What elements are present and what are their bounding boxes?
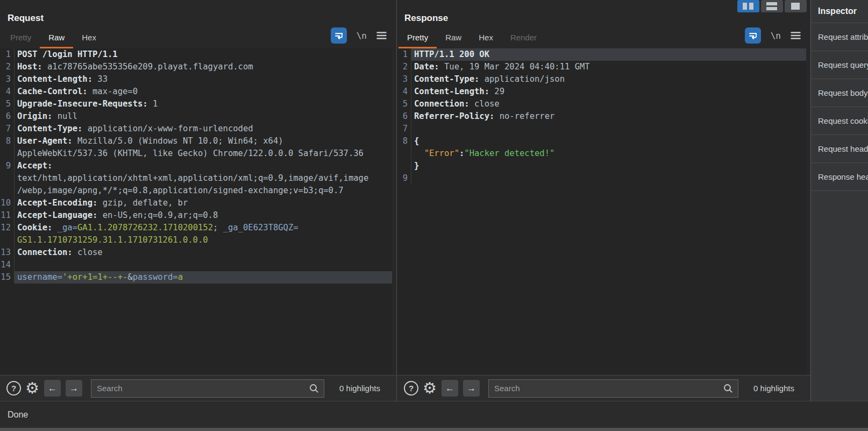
line-number: 4: [0, 86, 15, 98]
response-tab-raw[interactable]: Raw: [437, 29, 470, 48]
code-text: Connection: close: [411, 98, 806, 110]
line-number: 15: [0, 271, 15, 284]
code-line[interactable]: 4Cache-Control: max-age=0: [0, 86, 392, 98]
line-number: [0, 185, 15, 197]
response-tab-render[interactable]: Render: [502, 29, 545, 48]
response-tab-pretty[interactable]: Pretty: [399, 29, 437, 48]
code-line[interactable]: 9Accept:: [0, 160, 392, 172]
stacked-layout-button[interactable]: [761, 0, 783, 12]
response-panel-title: Response: [404, 13, 448, 24]
search-input[interactable]: [488, 379, 738, 398]
line-number: [397, 147, 411, 160]
editor-menu-icon[interactable]: [791, 31, 801, 40]
code-line[interactable]: 8User-Agent: Mozilla/5.0 (Windows NT 10.…: [0, 135, 392, 147]
search-settings-gear-icon[interactable]: ⚙: [25, 381, 39, 395]
inspector-item-request-cookies[interactable]: Request cookies: [811, 107, 868, 135]
code-line[interactable]: 1HTTP/1.1 200 OK: [397, 48, 806, 61]
line-number: 11: [0, 209, 15, 222]
highlights-count: 0 highlights: [330, 384, 390, 393]
request-tab-raw[interactable]: Raw: [40, 29, 73, 48]
code-text: Accept:: [15, 160, 392, 172]
code-text: text/html,application/xhtml+xml,applicat…: [15, 172, 392, 185]
response-editor[interactable]: 1HTTP/1.1 200 OK2Date: Tue, 19 Mar 2024 …: [397, 48, 806, 374]
search-input[interactable]: [91, 379, 324, 398]
word-wrap-toggle-button[interactable]: [745, 27, 761, 44]
code-line[interactable]: 7Content-Type: application/x-www-form-ur…: [0, 123, 392, 135]
line-number: 6: [397, 110, 411, 123]
line-number: 9: [0, 160, 15, 172]
code-line[interactable]: GS1.1.1710731259.31.1.1710731261.0.0.0: [0, 234, 392, 246]
code-line[interactable]: 7: [397, 123, 806, 135]
help-icon[interactable]: ?: [404, 381, 418, 395]
code-line[interactable]: 13Connection: close: [0, 246, 392, 259]
next-match-button[interactable]: →: [463, 380, 480, 397]
word-wrap-icon: [334, 31, 344, 40]
code-line[interactable]: text/html,application/xhtml+xml,applicat…: [0, 172, 392, 185]
code-line[interactable]: 5Upgrade-Insecure-Requests: 1: [0, 98, 392, 110]
line-number: 3: [397, 73, 411, 86]
code-text: [15, 259, 392, 271]
code-line[interactable]: AppleWebKit/537.36 (KHTML, like Gecko) C…: [0, 147, 392, 160]
code-text: username='+or+1=1+--+-&password=a: [15, 271, 392, 284]
request-editor[interactable]: 1POST /login HTTP/1.12Host: a1c78765abe5…: [0, 48, 392, 374]
code-text: Content-Length: 29: [411, 86, 806, 98]
code-text: "Error":"Hacker detected!": [411, 147, 806, 160]
code-line[interactable]: 3Content-Type: application/json: [397, 73, 806, 86]
code-text: AppleWebKit/537.36 (KHTML, like Gecko) C…: [15, 147, 392, 160]
search-settings-gear-icon[interactable]: ⚙: [423, 381, 437, 395]
code-line[interactable]: 4Content-Length: 29: [397, 86, 806, 98]
editor-menu-icon[interactable]: [376, 31, 387, 40]
inspector-item-request-body-parameters[interactable]: Request body parameters: [811, 79, 868, 107]
response-tab-hex[interactable]: Hex: [470, 29, 502, 48]
line-number: 13: [0, 246, 15, 259]
code-text: Connection: close: [15, 246, 392, 259]
code-line[interactable]: /webp,image/apng,*/*;q=0.8,application/s…: [0, 185, 392, 197]
word-wrap-toggle-button[interactable]: [331, 27, 347, 44]
single-pane-layout-button[interactable]: [785, 0, 807, 12]
next-match-button[interactable]: →: [66, 380, 82, 397]
line-number: 8: [397, 135, 411, 147]
code-line[interactable]: 9: [397, 172, 806, 185]
code-line[interactable]: 6Referrer-Policy: no-referrer: [397, 110, 806, 123]
inspector-item-request-headers[interactable]: Request headers: [811, 135, 868, 163]
show-newlines-button[interactable]: \n: [771, 31, 781, 41]
code-line[interactable]: 1POST /login HTTP/1.1: [0, 48, 392, 61]
help-icon[interactable]: ?: [6, 381, 21, 395]
request-search-bar: ? ⚙ ← → 0 highlights: [0, 375, 396, 401]
code-line[interactable]: 3Content-Length: 33: [0, 73, 392, 86]
search-icon: [309, 383, 319, 394]
previous-match-button[interactable]: ←: [44, 380, 61, 397]
line-number: 2: [0, 61, 15, 73]
code-line[interactable]: 2Host: a1c78765abe535356e209.playat.flag…: [0, 61, 392, 73]
side-by-side-layout-button[interactable]: [737, 0, 759, 12]
status-text: Done: [8, 410, 28, 420]
code-line[interactable]: 10Accept-Encoding: gzip, deflate, br: [0, 197, 392, 209]
code-line[interactable]: 12Cookie: _ga=GA1.1.2078726232.171020015…: [0, 222, 392, 234]
inspector-item-response-headers[interactable]: Response headers: [811, 163, 868, 191]
code-line[interactable]: 14: [0, 259, 392, 271]
inspector-title: Inspector: [811, 0, 868, 23]
code-line[interactable]: 6Origin: null: [0, 110, 392, 123]
status-bar: Done: [0, 401, 868, 428]
request-tab-hex[interactable]: Hex: [73, 29, 105, 48]
code-line[interactable]: 2Date: Tue, 19 Mar 2024 04:40:11 GMT: [397, 61, 806, 73]
code-line[interactable]: 8{: [397, 135, 806, 147]
line-number: [0, 147, 15, 160]
code-line[interactable]: 15username='+or+1=1+--+-&password=a: [0, 271, 392, 284]
response-search-bar: ? ⚙ ← → 0 highlights: [397, 375, 810, 401]
previous-match-button[interactable]: ←: [442, 380, 458, 397]
code-text: [411, 172, 806, 185]
code-line[interactable]: "Error":"Hacker detected!": [397, 147, 806, 160]
response-tabs: PrettyRawHexRender: [399, 29, 545, 48]
line-number: 1: [0, 48, 15, 61]
code-line[interactable]: 5Connection: close: [397, 98, 806, 110]
code-text: POST /login HTTP/1.1: [15, 48, 392, 61]
inspector-item-request-attributes[interactable]: Request attributes: [811, 23, 868, 51]
code-line[interactable]: }: [397, 160, 806, 172]
show-newlines-button[interactable]: \n: [357, 31, 367, 41]
line-number: 7: [397, 123, 411, 135]
request-tab-pretty[interactable]: Pretty: [2, 29, 40, 48]
inspector-item-request-query-parameters[interactable]: Request query parameters: [811, 51, 868, 79]
code-line[interactable]: 11Accept-Language: en-US,en;q=0.9,ar;q=0…: [0, 209, 392, 222]
line-number: 10: [0, 197, 15, 209]
